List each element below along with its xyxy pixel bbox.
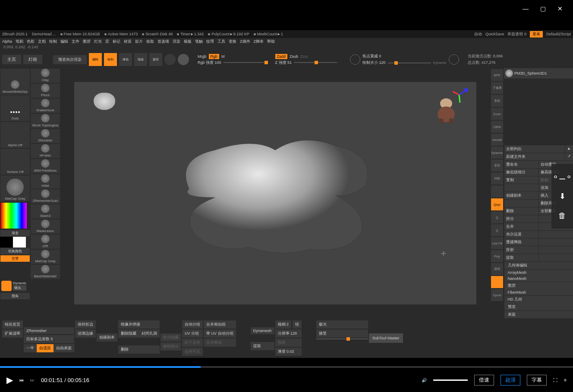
merge-similar-button[interactable]: 合并相似组 (204, 320, 236, 329)
section-HD 几何[interactable]: HD 几何 (504, 296, 573, 303)
menu-item-12[interactable]: 影片 (135, 39, 143, 44)
right-tool-14[interactable]: Poly (491, 250, 503, 262)
quality-button[interactable]: 超清 (501, 375, 520, 386)
brush-matcap-gray[interactable]: MatCap Gray (31, 250, 60, 264)
delete-button[interactable]: 删除 (118, 345, 160, 354)
del-hidden-button[interactable]: 删除隐藏 (118, 329, 139, 338)
draw-size-slider[interactable] (388, 63, 431, 63)
brush-masklasso[interactable]: MaskLasso (31, 220, 60, 234)
menu-item-19[interactable]: 工具 (217, 39, 225, 44)
z-intensity-slider[interactable] (294, 62, 337, 63)
right-tool-10[interactable]: Qxyz (491, 198, 503, 210)
brush-hpolish[interactable]: hPolish (31, 144, 60, 158)
extract-button[interactable]: 提取 (251, 342, 274, 350)
lightbox-tab[interactable]: 灯箱 (23, 55, 42, 64)
bc-sharpen[interactable]: 锐化首页 (2, 320, 23, 329)
playlist-icon[interactable]: ≡ (564, 378, 567, 383)
right-tool-13[interactable]: Line Fill (491, 237, 503, 249)
menu-item-21[interactable]: Z插件 (240, 39, 250, 44)
mirror-weld-button[interactable]: 镜像并焊接 (118, 320, 160, 329)
section-预览[interactable]: 预览 (504, 303, 573, 310)
polish-slider[interactable] (316, 339, 368, 339)
speed-button[interactable]: 倍速 (474, 375, 494, 386)
panel-btn-8-0[interactable]: 合并 (504, 223, 538, 230)
panel-btn-10-0[interactable]: 重建网格 (504, 238, 538, 246)
menu-item-23[interactable]: 帮助 (267, 39, 275, 44)
section-NanoMesh[interactable]: NanoMesh (504, 276, 573, 282)
draw-mode-button[interactable]: 绘制 (104, 53, 117, 66)
edit-mode-button[interactable]: 编辑 (89, 53, 102, 66)
rgb-intensity-label[interactable]: Rgb 强度 100 (198, 60, 221, 66)
rgb-button[interactable]: Rgb (209, 54, 220, 59)
home-tab[interactable]: 主页 (2, 55, 21, 64)
close-holes-button[interactable]: 封闭孔洞 (139, 329, 160, 338)
merge-visible-button[interactable]: 合并可见 (182, 348, 203, 356)
thickness-label[interactable]: 厚度 0.02 (275, 348, 302, 356)
brush-moveinfinite[interactable]: MoveInfiniteDep (0, 69, 30, 94)
panel-btn-12-0[interactable]: 提取 (504, 254, 538, 261)
draw-size-label[interactable]: 绘制大小 120 (362, 60, 386, 66)
menu-item-4[interactable]: 绘制 (49, 39, 57, 44)
list-all-button[interactable]: 全部列出 (504, 145, 565, 153)
menu-item-6[interactable]: 文件 (72, 39, 79, 44)
panel-btn-6-0[interactable]: 删除 (504, 207, 538, 215)
gradient-button[interactable]: 渐变 (0, 230, 30, 236)
brush-slash3[interactable]: Slash3 (31, 204, 60, 219)
zadd-button[interactable]: Zadd (275, 54, 288, 59)
panel-btn-2-0[interactable]: 复制 (504, 176, 538, 184)
half-button[interactable]: 一半 (24, 344, 37, 352)
blur-label[interactable]: 模糊 2 (275, 320, 292, 329)
right-tool-17[interactable]: Xpose (491, 289, 503, 301)
zscript-label[interactable]: DefaultZScript (546, 32, 571, 36)
right-tool-6[interactable]: Dynamic (491, 147, 503, 159)
polish-label[interactable]: 极光 (316, 320, 368, 329)
right-tool-11[interactable]: Q (491, 211, 503, 223)
panel-btn-11-0[interactable]: 投射 (504, 246, 538, 254)
right-tool-4[interactable]: 100% (491, 121, 503, 133)
close-button[interactable]: ✕ (551, 0, 569, 17)
subtool-header[interactable]: PM3D_Sphere3D1 (504, 68, 573, 78)
menu-item-8[interactable]: 灯光 (94, 39, 102, 44)
menu-item-13[interactable]: 拾取 (146, 39, 154, 44)
menu-item-2[interactable]: 色彩 (27, 39, 35, 44)
menu-item-11[interactable]: 材质 (124, 39, 132, 44)
detect-edge-button[interactable]: 侦测边缘 (75, 329, 96, 338)
brush-zmodeler[interactable]: ZModeler (31, 129, 60, 143)
brush-move-topologica[interactable]: Move Topologica (31, 114, 60, 128)
sculpted-mesh[interactable] (154, 111, 396, 275)
switch-color-button[interactable]: 切换颜色 (0, 248, 30, 254)
volume-icon[interactable]: 🔊 (422, 378, 427, 383)
panel-btn-7-0[interactable]: 拆分 (504, 215, 538, 223)
new-folder-button[interactable]: 新建文件夹 (504, 153, 565, 160)
split-hidden-button[interactable]: 拆分隐藏 (161, 333, 181, 342)
bc-expand[interactable]: 扩展滤率 (2, 329, 23, 338)
texture-off[interactable]: Texture Off (0, 149, 30, 175)
trash-icon[interactable]: 🗑 (554, 207, 571, 224)
right-tool-15[interactable]: 透明 (491, 263, 503, 275)
dynamesh-button[interactable]: Dynamesh (251, 327, 274, 334)
video-progress-bar[interactable] (0, 366, 573, 368)
download-icon[interactable]: ⬇ (554, 188, 571, 205)
brush-zremesherguid[interactable]: ZRemesherGuid (31, 189, 60, 204)
resolution-label[interactable]: 分辨率 128 (275, 329, 302, 338)
panel-btn-9-0[interactable]: 布尔运算 (504, 231, 538, 238)
panel-btn-0-0[interactable]: 重命名 (504, 161, 538, 168)
project-label[interactable]: 投射 (275, 339, 302, 347)
right-tool-16[interactable] (491, 276, 503, 288)
minimize-button[interactable]: — (517, 0, 534, 17)
angle-label[interactable]: 视角 (0, 293, 30, 299)
alpha-off[interactable]: Alpha Off (0, 122, 30, 148)
accept-label[interactable]: 接受 (316, 329, 368, 338)
arrow-right-icon[interactable]: ↗ (565, 153, 573, 160)
menu-item-9[interactable]: 宏 (105, 39, 109, 44)
right-tool-7[interactable]: 变形 (491, 160, 503, 172)
subtitle-button[interactable]: 字幕 (527, 375, 547, 386)
camera-icon[interactable] (1, 281, 12, 291)
fullscreen-icon[interactable]: ⛶ (553, 378, 557, 383)
panel-btn-4-0[interactable]: 创建副本 (504, 192, 538, 199)
auto-group-button[interactable]: 自动分组 (182, 320, 203, 329)
canvas-viewport[interactable]: ✛ (61, 69, 489, 317)
transparency-label[interactable]: 界面透明 0 (507, 31, 526, 37)
menu-item-10[interactable]: 标记 (113, 39, 120, 44)
section-图层[interactable]: 图层 (504, 282, 573, 289)
